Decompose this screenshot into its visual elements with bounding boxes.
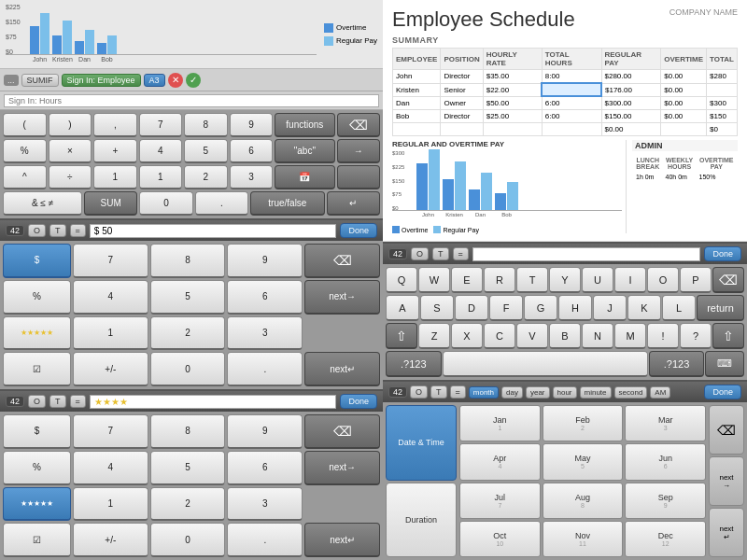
date-time-option[interactable]: Date & Time [386,405,457,481]
done-btn-4[interactable]: Done [704,385,741,399]
ctrl-o-2[interactable]: O [28,395,46,408]
key-comma[interactable]: , [93,113,137,137]
key-3b[interactable]: 3 [227,316,303,351]
month-sep[interactable]: Sep9 [625,483,706,519]
key-v[interactable]: V [516,323,548,349]
key-w[interactable]: W [418,267,450,293]
month-jan[interactable]: Jan1 [459,405,541,441]
key-dollar-c[interactable]: $ [3,414,71,449]
key-8[interactable]: 8 [184,113,228,137]
ctrl-o-4[interactable]: O [410,385,428,399]
key-8c[interactable]: 8 [150,414,226,449]
month-jun[interactable]: Jun6 [625,443,706,480]
key-functions[interactable]: functions [275,113,334,137]
key-f[interactable]: F [489,295,523,321]
formula-confirm[interactable]: ✓ [186,73,201,88]
key-paren-open[interactable]: ( [3,113,47,137]
month-feb[interactable]: Feb2 [543,405,624,441]
key-dot[interactable]: . [195,191,248,216]
section-input-1[interactable] [90,224,337,238]
key-pct-b[interactable]: % [3,280,71,315]
key-del-q[interactable]: ⌫ [712,267,744,293]
key-nextenter-b[interactable]: next↵ [304,352,380,386]
key-next-b[interactable]: next→ [304,280,380,315]
tab-minute[interactable]: minute [580,386,612,399]
key-0b[interactable]: 0 [150,352,226,386]
table-row[interactable]: KristenSenior$22.00$176.00$0.00 [393,83,738,96]
key-6b[interactable]: 6 [227,280,303,315]
key-stars-b[interactable]: ★★★★★ [3,316,71,351]
table-row[interactable]: DanOwner$50.006:00$300.00$0.00$300 [393,96,738,110]
key-multiply[interactable]: × [49,139,92,163]
key-percent[interactable]: % [3,139,47,163]
key-5[interactable]: 5 [184,139,228,163]
key-3[interactable]: 3 [230,165,274,189]
key-i[interactable]: I [614,267,646,293]
key-7b[interactable]: 7 [73,244,148,278]
formula-cancel[interactable]: ✕ [168,73,183,88]
key-r[interactable]: R [484,267,515,293]
key-dollar[interactable]: $ [3,244,71,278]
month-nov[interactable]: Nov11 [543,521,624,557]
key-1c[interactable]: 1 [73,487,148,522]
key-8b[interactable]: 8 [150,244,226,278]
section-input-3[interactable] [472,247,701,261]
key-x[interactable]: X [451,323,483,349]
key-next-c[interactable]: next→ [304,451,380,485]
table-row[interactable]: JohnDirector$35.008:00$280.00$0.00$280 [393,70,738,84]
key-4b[interactable]: 4 [73,280,148,315]
ctrl-t-4[interactable]: T [430,385,447,399]
month-apr[interactable]: Apr4 [459,443,541,480]
key-6[interactable]: 6 [230,139,274,163]
key-calendar[interactable]: 📅 [275,165,334,189]
duration-option[interactable]: Duration [386,483,457,558]
key-4[interactable]: 4 [139,139,183,163]
tab-am[interactable]: AM [650,386,670,399]
key-stars-c[interactable]: ★★★★★ [3,487,71,522]
key-quest[interactable]: ? [680,323,712,349]
key-6c[interactable]: 6 [227,451,303,485]
month-mar[interactable]: Mar3 [625,405,706,441]
key-divide[interactable]: ÷ [49,165,92,189]
key-nextenter-c[interactable]: next↵ [304,523,380,557]
key-j[interactable]: J [593,295,627,321]
sign-in-hours-input[interactable] [4,94,379,107]
tab-year[interactable]: year [526,386,550,399]
key-truefalse[interactable]: true/false [250,191,325,216]
key-check-c[interactable]: ☑ [3,523,71,557]
key-9b[interactable]: 9 [227,244,303,278]
key-7[interactable]: 7 [139,113,183,137]
key-0c[interactable]: 0 [150,523,226,557]
key-q[interactable]: Q [386,267,417,293]
key-dotb[interactable]: . [227,352,303,386]
key-e[interactable]: E [451,267,483,293]
key-7c[interactable]: 7 [73,414,148,449]
key-y[interactable]: Y [549,267,581,293]
key-h[interactable]: H [558,295,592,321]
key-t[interactable]: T [516,267,548,293]
key-9c[interactable]: 9 [227,414,303,449]
done-btn-3[interactable]: Done [704,246,741,261]
tab-hour[interactable]: hour [553,386,577,399]
key-4c[interactable]: 4 [73,451,148,485]
ctrl-eq-4[interactable]: = [450,385,466,399]
date-delete-btn[interactable]: ⌫ [709,405,744,455]
table-row[interactable]: BobDirector$25.006:00$150.00$0.00$150 [393,110,738,123]
key-0[interactable]: 0 [139,191,192,216]
key-abc[interactable]: "abc" [275,139,334,163]
cell-badge[interactable]: A3 [144,74,165,87]
key-shift-left[interactable]: ⇧ [386,323,417,349]
key-dotc[interactable]: . [227,523,303,557]
sumif-badge[interactable]: SUMIF [21,74,59,87]
key-b[interactable]: B [549,323,581,349]
key-1-a[interactable]: 1 [93,165,137,189]
key-k[interactable]: K [627,295,661,321]
month-aug[interactable]: Aug8 [543,483,624,519]
key-2b[interactable]: 2 [150,316,226,351]
month-oct[interactable]: Oct10 [459,521,541,557]
done-btn-2[interactable]: Done [340,394,377,409]
sign-in-employee-badge[interactable]: Sign In: Employee [62,74,141,87]
ctrl-eq-2[interactable]: = [70,395,86,408]
key-1b[interactable]: 1 [73,316,148,351]
month-dec[interactable]: Dec12 [625,521,706,557]
